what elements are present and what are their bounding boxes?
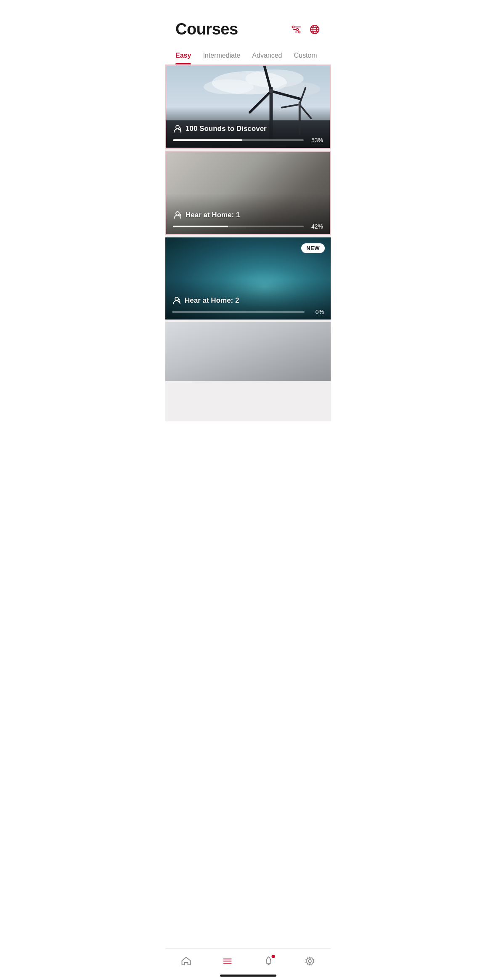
- svg-point-51: [274, 266, 276, 268]
- svg-point-21: [269, 89, 273, 93]
- svg-rect-135: [165, 345, 178, 349]
- course-title: 100 Sounds to Discover: [186, 125, 267, 133]
- svg-point-59: [277, 272, 279, 274]
- tab-intermediate[interactable]: Intermediate: [203, 48, 240, 64]
- svg-point-45: [179, 214, 181, 216]
- svg-point-52: [280, 266, 282, 268]
- svg-point-145: [303, 363, 322, 381]
- progress-bar-fill: [173, 226, 228, 227]
- courses-list: 100 Sounds to Discover 53%: [165, 65, 331, 421]
- filter-icon: [290, 24, 302, 35]
- svg-point-64: [308, 272, 310, 274]
- course-card[interactable]: 100 Sounds to Discover 53%: [165, 65, 331, 149]
- tab-easy[interactable]: Easy: [175, 48, 191, 64]
- header-actions: [290, 24, 321, 35]
- progress-row: 0%: [172, 309, 324, 315]
- course-title: Hear at Home: 1: [186, 211, 240, 219]
- header: Courses: [165, 0, 331, 45]
- svg-marker-137: [165, 343, 331, 381]
- svg-line-141: [207, 343, 331, 381]
- filter-button[interactable]: [290, 24, 302, 35]
- card-title-row: Hear at Home: 1: [173, 210, 323, 220]
- new-badge: NEW: [301, 243, 325, 253]
- course-card[interactable]: NEW Hear at Home: 2 0%: [165, 237, 331, 320]
- svg-line-143: [165, 337, 331, 375]
- svg-point-5: [298, 31, 300, 33]
- svg-point-39: [263, 180, 275, 195]
- person-icon: [173, 124, 182, 133]
- person-icon: [172, 296, 181, 305]
- card-overlay: Hear at Home: 1 42%: [166, 194, 330, 234]
- svg-line-140: [186, 343, 331, 381]
- progress-row: 42%: [173, 223, 323, 230]
- svg-point-57: [312, 266, 313, 268]
- svg-point-60: [283, 272, 285, 274]
- svg-rect-129: [174, 324, 322, 328]
- svg-point-58: [271, 272, 272, 274]
- course-card[interactable]: Hear at Home: 1 42%: [165, 151, 331, 235]
- svg-point-65: [315, 272, 316, 274]
- svg-point-53: [286, 266, 288, 268]
- svg-point-62: [296, 272, 297, 274]
- svg-point-56: [305, 266, 307, 268]
- tab-custom[interactable]: Custom: [294, 48, 317, 64]
- svg-point-55: [299, 266, 301, 268]
- svg-rect-127: [165, 322, 331, 330]
- progress-row: 53%: [173, 137, 323, 144]
- tab-advanced[interactable]: Advanced: [252, 48, 282, 64]
- progress-bar-background: [173, 139, 304, 141]
- svg-point-63: [302, 272, 304, 274]
- progress-bar-fill: [173, 139, 242, 141]
- globe-button[interactable]: [309, 24, 321, 35]
- course-card[interactable]: [165, 322, 331, 381]
- person-icon: [173, 210, 182, 220]
- svg-rect-126: [165, 322, 331, 381]
- svg-point-26: [298, 103, 301, 106]
- card-title-row: Hear at Home: 2: [172, 296, 324, 305]
- svg-point-38: [224, 182, 233, 193]
- svg-line-144: [165, 330, 331, 368]
- svg-rect-134: [165, 330, 178, 381]
- svg-point-28: [179, 128, 181, 130]
- svg-point-4: [297, 28, 299, 30]
- tabs-container: Easy Intermediate Advanced Custom: [165, 45, 331, 65]
- svg-point-146: [305, 365, 320, 380]
- svg-point-54: [293, 266, 294, 268]
- svg-rect-136: [318, 330, 331, 381]
- card-overlay: Hear at Home: 2 0%: [165, 279, 331, 320]
- svg-point-3: [292, 26, 294, 28]
- page-title: Courses: [175, 20, 238, 38]
- progress-bar-background: [172, 311, 305, 313]
- svg-point-37: [223, 180, 234, 195]
- svg-line-142: [228, 343, 331, 381]
- svg-line-139: [165, 343, 331, 381]
- svg-point-40: [265, 182, 273, 193]
- progress-bar-background: [173, 226, 304, 227]
- progress-label: 0%: [309, 309, 324, 315]
- svg-point-14: [204, 80, 254, 95]
- svg-point-61: [289, 272, 291, 274]
- progress-label: 42%: [308, 223, 323, 230]
- course-thumbnail: [165, 322, 331, 381]
- card-title-row: 100 Sounds to Discover: [173, 124, 323, 133]
- progress-label: 53%: [308, 137, 323, 144]
- svg-marker-138: [165, 343, 331, 381]
- tunnel-illustration: [165, 322, 331, 381]
- course-title: Hear at Home: 2: [185, 296, 239, 305]
- globe-icon: [309, 24, 321, 35]
- card-overlay: 100 Sounds to Discover 53%: [166, 107, 330, 148]
- svg-point-125: [178, 300, 180, 302]
